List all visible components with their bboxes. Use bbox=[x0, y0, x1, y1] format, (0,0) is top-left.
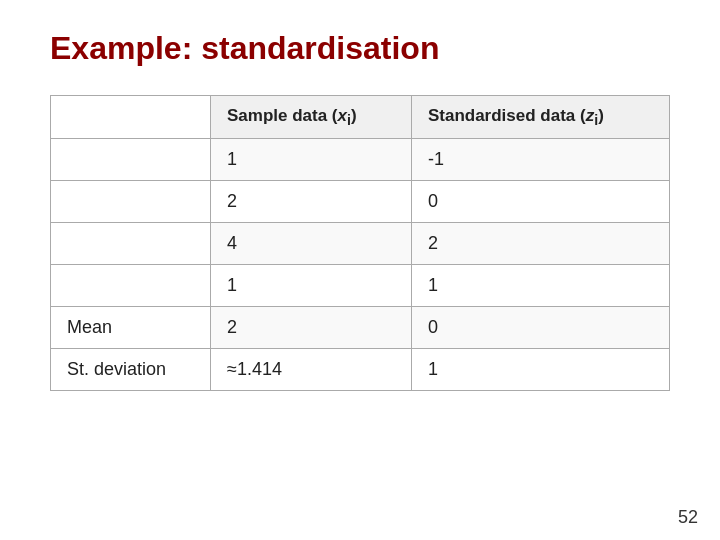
table-wrapper: Sample data (xi) Standardised data (zi) … bbox=[50, 95, 670, 520]
row-col2-0: -1 bbox=[411, 139, 669, 181]
col1-header: Sample data (xi) bbox=[211, 96, 412, 139]
row-col2-5: 1 bbox=[411, 349, 669, 391]
row-label-1 bbox=[51, 181, 211, 223]
row-label-0 bbox=[51, 139, 211, 181]
row-col1-0: 1 bbox=[211, 139, 412, 181]
row-col1-1: 2 bbox=[211, 181, 412, 223]
row-col1-2: 4 bbox=[211, 223, 412, 265]
row-label-2 bbox=[51, 223, 211, 265]
col1-header-text: Sample data (xi) bbox=[227, 106, 357, 125]
row-label-5: St. deviation bbox=[51, 349, 211, 391]
row-col2-1: 0 bbox=[411, 181, 669, 223]
col-label-header bbox=[51, 96, 211, 139]
col2-header: Standardised data (zi) bbox=[411, 96, 669, 139]
row-col2-4: 0 bbox=[411, 307, 669, 349]
row-col2-2: 2 bbox=[411, 223, 669, 265]
row-col1-4: 2 bbox=[211, 307, 412, 349]
row-col2-3: 1 bbox=[411, 265, 669, 307]
data-table: Sample data (xi) Standardised data (zi) … bbox=[50, 95, 670, 391]
page-container: Example: standardisation Sample data (xi… bbox=[0, 0, 720, 540]
page-title: Example: standardisation bbox=[50, 30, 670, 67]
row-label-3 bbox=[51, 265, 211, 307]
row-col1-5: ≈1.414 bbox=[211, 349, 412, 391]
col2-header-text: Standardised data (zi) bbox=[428, 106, 604, 125]
row-col1-3: 1 bbox=[211, 265, 412, 307]
row-label-4: Mean bbox=[51, 307, 211, 349]
page-number: 52 bbox=[678, 507, 698, 528]
